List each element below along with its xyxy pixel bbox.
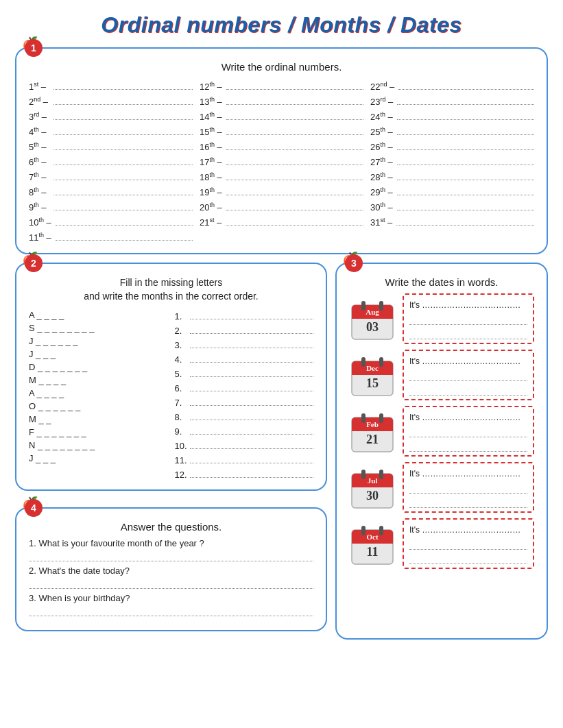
section1-instruction: Write the ordinal numbers. bbox=[29, 61, 534, 73]
month-number-item: 4. bbox=[175, 353, 314, 365]
month-label: S _ _ _ _ _ _ _ _ bbox=[29, 323, 94, 333]
calendar-row: Dec 15 It's ……………………………… bbox=[349, 350, 534, 400]
ordinal-row: 6th – bbox=[29, 155, 193, 168]
section3-instruction: Write the dates in words. bbox=[349, 276, 534, 288]
ordinal-number: 7th – bbox=[29, 171, 49, 182]
ordinal-row: 2nd – bbox=[29, 95, 193, 108]
calendar-icon: Aug 03 bbox=[349, 295, 396, 342]
section2-instruction: Fill in the missing letters and write th… bbox=[29, 276, 313, 303]
ordinal-number: 3rd – bbox=[29, 111, 49, 122]
month-num: 1. bbox=[175, 311, 187, 321]
svg-rect-17 bbox=[361, 413, 366, 423]
month-number-item: 8. bbox=[175, 411, 314, 422]
answer-line bbox=[29, 550, 313, 561]
ordinal-row: 1st – bbox=[29, 80, 193, 93]
ordinal-row: 15th – bbox=[200, 125, 363, 138]
ordinal-row: 17th – bbox=[200, 155, 363, 168]
month-label: A _ _ _ _ bbox=[29, 388, 64, 398]
answer-line: It's ……………………………… bbox=[409, 411, 527, 423]
month-label: J _ _ _ bbox=[29, 349, 56, 359]
month-item: A _ _ _ _ bbox=[29, 310, 168, 320]
month-label: D _ _ _ _ _ _ _ bbox=[29, 362, 87, 372]
ordinal-number: 18th – bbox=[200, 171, 222, 182]
answer-line bbox=[409, 313, 527, 325]
answer-box: It's ……………………………… bbox=[403, 406, 534, 457]
ordinal-number: 23rd – bbox=[370, 96, 393, 107]
calendar-row: Aug 03 It's ……………………………… bbox=[349, 293, 534, 344]
ordinal-row: 19th – bbox=[200, 185, 363, 198]
ordinal-number: 31st – bbox=[370, 217, 392, 228]
section-num-2: 2 bbox=[25, 254, 43, 272]
ordinal-row: 13th – bbox=[200, 95, 363, 108]
answer-line bbox=[409, 481, 527, 494]
month-item: S _ _ _ _ _ _ _ _ bbox=[29, 323, 168, 333]
ordinal-grid: 1st –2nd –3rd –4th –5th –6th –7th –8th –… bbox=[29, 80, 534, 243]
ordinal-row: 23rd – bbox=[370, 95, 534, 108]
ordinal-number: 15th – bbox=[200, 126, 222, 137]
ordinal-row: 24th – bbox=[370, 110, 534, 123]
ordinal-row: 28th – bbox=[370, 170, 534, 183]
svg-rect-25 bbox=[379, 470, 383, 479]
month-num: 10. bbox=[175, 441, 187, 451]
month-label: O _ _ _ _ _ _ bbox=[29, 401, 80, 411]
month-item: M _ _ _ _ bbox=[29, 375, 168, 385]
answer-line: It's ……………………………… bbox=[409, 354, 527, 367]
ordinal-number: 6th – bbox=[29, 156, 49, 167]
ordinal-row: 22nd – bbox=[370, 80, 534, 93]
ordinal-number: 28th – bbox=[370, 171, 393, 182]
question-item: 2. What's the date today? bbox=[29, 566, 313, 589]
answer-box: It's ……………………………… bbox=[403, 462, 534, 513]
section-num-4: 4 bbox=[25, 499, 43, 517]
svg-rect-18 bbox=[379, 413, 383, 423]
its-text: It's ……………………………… bbox=[409, 356, 520, 366]
answer-box: It's ……………………………… bbox=[403, 293, 534, 344]
ordinal-number: 10th – bbox=[29, 217, 51, 228]
month-label: F _ _ _ _ _ _ _ bbox=[29, 427, 86, 437]
answer-line: It's ……………………………… bbox=[409, 298, 527, 311]
ordinal-number: 26th – bbox=[370, 141, 393, 152]
svg-text:11: 11 bbox=[366, 545, 378, 559]
month-number-item: 7. bbox=[175, 396, 314, 408]
ordinal-number: 9th – bbox=[29, 202, 49, 213]
calendar-icon: Oct 11 bbox=[349, 520, 396, 567]
month-number-item: 3. bbox=[175, 339, 314, 350]
svg-rect-31 bbox=[361, 526, 366, 535]
month-item: N _ _ _ _ _ _ _ _ bbox=[29, 440, 168, 450]
answer-line bbox=[409, 383, 527, 396]
ordinal-row: 7th – bbox=[29, 170, 193, 183]
month-item: O _ _ _ _ _ _ bbox=[29, 401, 168, 411]
svg-text:Oct: Oct bbox=[366, 533, 378, 541]
svg-text:15: 15 bbox=[366, 376, 379, 390]
its-text: It's ……………………………… bbox=[409, 413, 520, 422]
answer-box: It's ……………………………… bbox=[403, 518, 534, 569]
ordinal-row: 18th – bbox=[200, 170, 363, 183]
svg-text:Dec: Dec bbox=[366, 364, 379, 372]
ordinal-row: 26th – bbox=[370, 140, 534, 153]
ordinal-row: 14th – bbox=[200, 110, 363, 123]
answer-line bbox=[409, 439, 527, 452]
month-number-item: 6. bbox=[175, 382, 314, 393]
answer-box: It's ……………………………… bbox=[403, 350, 534, 400]
month-item: J _ _ _ bbox=[29, 453, 168, 463]
answer-line bbox=[409, 537, 527, 550]
ordinal-row: 30th – bbox=[370, 200, 534, 213]
ordinal-number: 4th – bbox=[29, 126, 49, 137]
ordinal-row: 12th – bbox=[200, 80, 363, 93]
month-item: F _ _ _ _ _ _ _ bbox=[29, 427, 168, 437]
answer-line bbox=[409, 327, 527, 339]
ordinal-number: 13th – bbox=[200, 96, 222, 107]
month-label: J _ _ _ bbox=[29, 453, 56, 463]
calendar-icon: Jul 30 bbox=[349, 464, 396, 511]
month-label: N _ _ _ _ _ _ _ _ bbox=[29, 440, 95, 450]
its-text: It's ……………………………… bbox=[409, 300, 520, 310]
answer-line: It's ……………………………… bbox=[409, 467, 527, 479]
answer-line bbox=[409, 496, 527, 508]
month-item: J _ _ _ bbox=[29, 349, 168, 359]
month-item: J _ _ _ _ _ _ bbox=[29, 336, 168, 346]
calendar-row: Oct 11 It's ……………………………… bbox=[349, 518, 534, 569]
ordinal-number: 17th – bbox=[200, 156, 222, 167]
month-number-item: 5. bbox=[175, 367, 314, 379]
question-item: 1. What is your favourite month of the y… bbox=[29, 538, 313, 561]
svg-text:Jul: Jul bbox=[368, 476, 378, 485]
month-num: 2. bbox=[175, 326, 187, 336]
